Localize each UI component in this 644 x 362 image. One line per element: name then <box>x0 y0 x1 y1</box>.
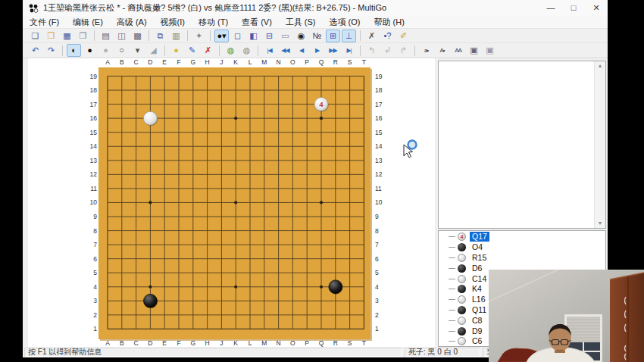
minimize-button[interactable]: — <box>539 0 562 16</box>
save-icon[interactable]: ▦ <box>60 30 74 42</box>
white-stone-icon <box>458 275 466 283</box>
tree-connector <box>449 279 455 279</box>
redo-icon[interactable]: ↷ <box>44 44 58 57</box>
nav-first-icon[interactable]: |◀ <box>262 44 277 57</box>
scroll-down-icon[interactable]: ▼ <box>595 219 605 228</box>
branch-next-icon[interactable]: ↱ <box>396 44 411 57</box>
menu-item-5[interactable]: 查看 (V) <box>235 16 279 28</box>
stone-view-icon[interactable]: ◉ <box>294 30 308 42</box>
branch-up-icon[interactable]: ↰ <box>364 44 379 57</box>
nav-last-icon[interactable]: ▶| <box>342 44 356 57</box>
board-coordinate: Q <box>319 58 324 66</box>
white-stone-icon <box>458 337 466 345</box>
tree-move-label[interactable]: C14 <box>470 274 489 284</box>
board-coordinate: G <box>190 58 195 66</box>
menu-item-3[interactable]: 视频(I) <box>154 16 192 28</box>
label-stone-icon[interactable]: ● <box>169 44 183 57</box>
board-half-view-icon[interactable]: ◧ <box>246 30 261 42</box>
tree-connector <box>449 257 455 258</box>
maximize-button[interactable]: □ <box>562 0 585 16</box>
move-number-view-icon[interactable]: № <box>310 30 324 42</box>
window-title: 1王堃瑜黑胜张云松 * - 裔执薇嫩? 5绺? (白) vs 鲍席意1111 2… <box>43 2 539 14</box>
menu-item-2[interactable]: 高级 (A) <box>110 16 154 28</box>
title-bar[interactable]: 1王堃瑜黑胜张云松 * - 裔执薇嫩? 5绺? (白) vs 鲍席意1111 2… <box>23 0 608 17</box>
menu-item-1[interactable]: 编辑 (E) <box>66 16 110 28</box>
tree-move-label[interactable]: Q11 <box>470 305 489 315</box>
menu-item-0[interactable]: 文件 (F) <box>23 16 66 28</box>
tree-move-label[interactable]: K4 <box>470 284 484 294</box>
close-button[interactable]: ✕ <box>585 0 608 16</box>
board-coordinate: E <box>162 58 167 66</box>
board-coordinate: 2 <box>93 311 97 319</box>
tree-move-label[interactable]: C8 <box>470 316 484 326</box>
webcam-video <box>489 270 644 362</box>
copy-icon[interactable]: ⧉ <box>153 30 167 42</box>
menu-item-8[interactable]: 帮助 (H) <box>367 16 411 28</box>
print-icon[interactable]: ▤ <box>98 30 113 42</box>
game-info-icon[interactable]: ✦ <box>192 30 206 42</box>
board-coordinate: 4 <box>375 283 379 291</box>
go-board[interactable]: AABBCCDDEEFFGGHHJJKKLLMMNNOOPPQQRRSSTT19… <box>28 58 435 347</box>
mark-dropdown-icon[interactable]: ▾ <box>130 44 145 57</box>
scroll-up-icon[interactable]: ▲ <box>595 61 605 70</box>
nav-forward10-icon[interactable]: ▶▶ <box>326 44 340 57</box>
tree-move-label[interactable]: O4 <box>470 242 485 252</box>
nav-back-icon[interactable]: ◀ <box>294 44 308 57</box>
branch-prev-icon[interactable]: ↲ <box>380 44 395 57</box>
menu-item-6[interactable]: 工具 (S) <box>279 16 323 28</box>
tree-move-item-R15[interactable]: R15 <box>439 253 605 264</box>
board-small-view-icon[interactable]: ▭ <box>278 30 292 42</box>
globe-gray-icon[interactable]: ◍ <box>239 44 254 57</box>
label-a-icon[interactable]: a• <box>419 44 433 57</box>
find-move-icon[interactable]: AA <box>451 44 465 57</box>
tree-move-item-O4[interactable]: O4 <box>439 242 605 253</box>
label-A-icon[interactable]: A• <box>435 44 449 57</box>
board-coordinate: D <box>148 339 152 347</box>
black-stone-icon <box>458 243 466 251</box>
white-stone-icon[interactable]: ● <box>98 44 113 57</box>
stamp-white-icon[interactable]: ▣ <box>483 44 497 57</box>
toolbar-separator <box>164 45 165 56</box>
print-preview-icon[interactable]: ◫ <box>114 30 129 42</box>
nav-forward-icon[interactable]: ▶ <box>310 44 324 57</box>
context-help-icon[interactable]: •? <box>380 30 395 42</box>
white-stone-icon <box>458 254 466 262</box>
eraser-icon[interactable]: ◢ <box>146 44 161 57</box>
tree-move-label[interactable]: L16 <box>470 295 488 304</box>
new-file-icon[interactable]: ❏ <box>28 30 42 42</box>
alternate-stones-icon[interactable]: ◐ <box>67 44 81 57</box>
tree-view-icon[interactable]: ⊞ <box>326 30 340 42</box>
circle-mark-icon[interactable]: ○ <box>114 44 129 57</box>
customize-icon[interactable]: ✗ <box>364 30 379 42</box>
undo-icon[interactable]: ↶ <box>28 44 42 57</box>
board-coordinate: 1 <box>375 325 379 332</box>
tree-layout-icon[interactable]: ⊥ <box>342 30 356 42</box>
board-panel[interactable]: AABBCCDDEEFFGGHHJJKKLLMMNNOOPPQQRRSSTT19… <box>28 58 435 347</box>
board-quarter-view-icon[interactable]: ⊟ <box>262 30 277 42</box>
black-stone-icon[interactable]: ● <box>83 44 97 57</box>
toolbar-separator <box>414 45 415 56</box>
menu-item-4[interactable]: 移动 (T) <box>192 16 235 28</box>
stamp-black-icon[interactable]: ▣ <box>467 44 481 57</box>
board-full-view-icon[interactable]: ◻ <box>230 30 245 42</box>
menu-item-7[interactable]: 选项 (O) <box>323 16 367 28</box>
delete-move-icon[interactable]: ✗ <box>201 44 215 57</box>
black-stone-menu-icon[interactable]: ●▾ <box>214 30 229 42</box>
tree-move-label[interactable]: D9 <box>470 326 484 336</box>
tree-move-item-Q17[interactable]: 4Q17 <box>439 232 605 242</box>
tree-move-label[interactable]: D6 <box>470 264 484 273</box>
tree-move-label[interactable]: C6 <box>470 336 484 346</box>
copy-board-icon[interactable]: ▩ <box>130 30 145 42</box>
tree-move-label[interactable]: R15 <box>470 253 489 263</box>
paste-icon[interactable]: ▥ <box>169 30 183 42</box>
brush-icon[interactable]: ✐ <box>396 30 411 42</box>
comment-panel[interactable]: ▲ ▼ <box>438 61 606 229</box>
open-folder-icon[interactable]: ❒ <box>44 30 58 42</box>
comment-scrollbar[interactable]: ▲ ▼ <box>594 61 605 228</box>
save-as-icon[interactable]: ❐ <box>76 30 90 42</box>
globe-icon[interactable]: ◍ <box>224 44 238 57</box>
board-coordinate: 17 <box>90 101 98 108</box>
tree-move-label[interactable]: Q17 <box>470 232 489 242</box>
edit-move-icon[interactable]: ✎ <box>185 44 199 57</box>
nav-back10-icon[interactable]: ◀◀ <box>278 44 292 57</box>
